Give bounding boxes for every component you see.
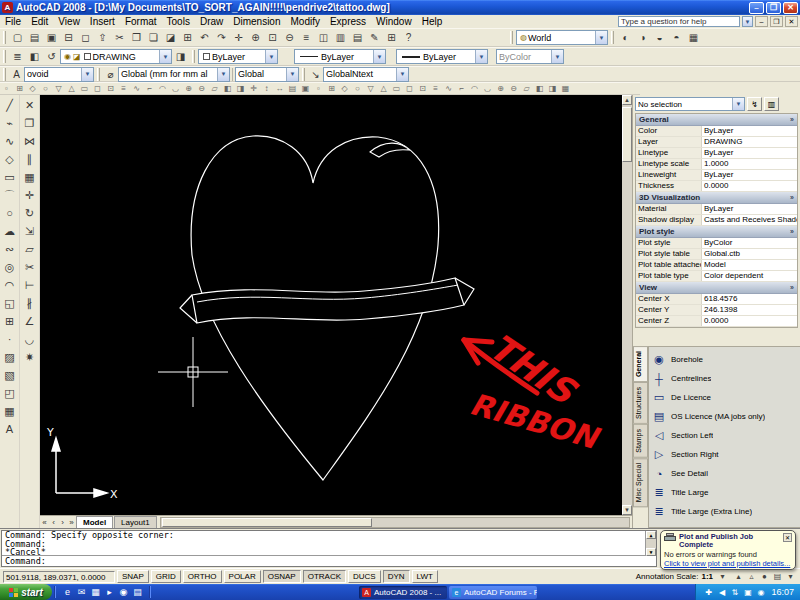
property-value[interactable]: ByLayer (702, 170, 797, 180)
toolbar-grip[interactable] (510, 31, 513, 44)
markup-set-manager-icon[interactable]: ✎ (366, 30, 383, 46)
toggle-grid[interactable]: GRID (151, 570, 181, 583)
tool-icon[interactable]: ◡ (169, 83, 182, 94)
render-icon[interactable]: ◐ (617, 30, 634, 46)
save-icon[interactable]: ▣ (43, 30, 60, 46)
toggle-otrack[interactable]: OTRACK (303, 570, 346, 583)
toggle-dyn[interactable]: DYN (383, 570, 410, 583)
tool-icon[interactable]: ⊕ (494, 83, 507, 94)
tool-icon[interactable]: ⊖ (507, 83, 520, 94)
property-value[interactable]: Global.ctb (702, 249, 797, 259)
toolbar-grip[interactable] (611, 31, 614, 44)
zoom-previous-icon[interactable]: ⊖ (281, 30, 298, 46)
menu-view[interactable]: View (53, 15, 85, 28)
table-style-combo[interactable]: Global ▼ (235, 67, 299, 82)
notification-link[interactable]: Click to view plot and publish details..… (664, 559, 792, 568)
command-window[interactable]: Command: Specify opposite corner:Command… (0, 528, 658, 568)
table-icon[interactable]: ▦ (1, 402, 19, 420)
palette-tab-structures[interactable]: Structures (633, 382, 648, 424)
annotation-visibility-icon[interactable]: ▴ (732, 571, 745, 583)
network-icon[interactable]: ⇅ (729, 587, 740, 598)
layer-combo[interactable]: ◉ ◪ DRAWING ▼ (60, 49, 172, 64)
toolbar-grip[interactable] (3, 50, 6, 63)
canvas-vertical-scrollbar[interactable]: ▲ ▼ (622, 95, 632, 515)
tool-icon[interactable]: ◻ (91, 83, 104, 94)
orbit-icon[interactable]: ◒ (651, 30, 668, 46)
property-section-general[interactable]: General» (636, 114, 797, 126)
qnew-icon[interactable]: ▢ (9, 30, 26, 46)
property-row[interactable]: MaterialByLayer (636, 204, 797, 215)
rectangle-icon[interactable]: ▭ (1, 168, 19, 186)
dropdown-arrow-icon[interactable]: ▼ (373, 50, 385, 63)
dropdown-arrow-icon[interactable]: ▼ (159, 50, 171, 63)
mleader-style-icon[interactable]: ↘ (308, 67, 323, 82)
tool-icon[interactable]: ◇ (26, 83, 39, 94)
property-row[interactable]: LineweightByLayer (636, 170, 797, 181)
help-dropdown-icon[interactable]: ▼ (742, 16, 753, 27)
zoom-window-icon[interactable]: ⊡ (264, 30, 281, 46)
extend-icon[interactable]: ⊢ (21, 276, 39, 294)
property-row[interactable]: ColorByLayer (636, 126, 797, 137)
insert-block-icon[interactable]: ◱ (1, 294, 19, 312)
command-history[interactable]: Command: Specify opposite corner:Command… (2, 531, 656, 556)
dropdown-arrow-icon[interactable]: ▼ (595, 31, 607, 44)
media-player-icon[interactable]: ▸ (103, 586, 116, 599)
property-value[interactable]: DRAWING (702, 137, 797, 147)
undo-icon[interactable]: ↶ (196, 30, 213, 46)
multiline-text-icon[interactable]: A (1, 420, 19, 438)
tab-layout1[interactable]: Layout1 (114, 516, 156, 528)
layer-properties-manager-icon[interactable]: ≣ (9, 49, 26, 65)
tool-icon[interactable]: ◨ (234, 83, 247, 94)
property-section-view[interactable]: View» (636, 282, 797, 294)
start-button[interactable]: start (0, 584, 52, 600)
dropdown-arrow-icon[interactable]: ▼ (286, 68, 298, 81)
annotation-scale-value[interactable]: 1:1 (701, 572, 713, 581)
tool-icon[interactable]: ⊞ (13, 83, 26, 94)
collapse-icon[interactable]: » (790, 228, 794, 235)
property-row[interactable]: Plot style tableGlobal.ctb (636, 249, 797, 260)
help-question-input[interactable]: Type a question for help (618, 16, 740, 27)
command-prompt[interactable]: Command: (2, 556, 656, 567)
property-value[interactable]: 246.1398 (702, 305, 797, 315)
tool-icon[interactable]: ⊞ (325, 83, 338, 94)
tool-icon[interactable]: ◨ (546, 83, 559, 94)
ellipse-arc-icon[interactable]: ◠ (1, 276, 19, 294)
erase-icon[interactable]: ✕ (21, 96, 39, 114)
scroll-down-icon[interactable]: ▼ (646, 548, 656, 556)
tool-icon[interactable]: ≡ (117, 83, 130, 94)
tool-icon[interactable]: ↔ (273, 83, 286, 94)
construction-line-icon[interactable]: ⌁ (1, 114, 19, 132)
clock[interactable]: 16:07 (771, 587, 794, 597)
tool-icon[interactable]: ⊡ (104, 83, 117, 94)
property-value[interactable]: 1.0000 (702, 159, 797, 169)
collapse-icon[interactable]: » (790, 116, 794, 123)
tool-icon[interactable]: ▭ (390, 83, 403, 94)
property-row[interactable]: Plot table attached...Model (636, 260, 797, 271)
explode-icon[interactable]: ✷ (21, 348, 39, 366)
scroll-down-icon[interactable]: ▼ (622, 505, 632, 515)
show-desktop-icon[interactable]: ▦ (89, 586, 102, 599)
child-close-button[interactable]: ✕ (785, 16, 798, 27)
menu-format[interactable]: Format (120, 15, 162, 28)
toggle-pickadd-icon[interactable]: ↯ (747, 97, 762, 111)
palette-item-section-right[interactable]: ▷Section Right (651, 445, 798, 464)
menu-draw[interactable]: Draw (195, 15, 228, 28)
close-button[interactable]: ✕ (783, 2, 798, 14)
property-value[interactable]: ByLayer (702, 126, 797, 136)
internet-explorer-icon[interactable]: e (61, 586, 74, 599)
plot-notification-icon[interactable]: ▤ (771, 571, 784, 583)
folder-icon[interactable]: ▤ (131, 586, 144, 599)
child-minimize-button[interactable]: – (755, 16, 768, 27)
property-row[interactable]: Plot styleByColor (636, 238, 797, 249)
menu-insert[interactable]: Insert (85, 15, 120, 28)
layer-states-icon[interactable]: ◧ (26, 49, 43, 65)
tool-icon[interactable]: ▱ (520, 83, 533, 94)
collapse-icon[interactable]: » (790, 284, 794, 291)
toggle-osnap[interactable]: OSNAP (263, 570, 301, 583)
tool-icon[interactable]: ⊕ (182, 83, 195, 94)
property-value[interactable]: 0.0000 (702, 316, 797, 326)
palette-tab-misc-special[interactable]: Misc Special (633, 458, 648, 507)
tool-icon[interactable]: ▤ (286, 83, 299, 94)
tool-icon[interactable]: ⊡ (416, 83, 429, 94)
tool-icon[interactable]: ▽ (364, 83, 377, 94)
